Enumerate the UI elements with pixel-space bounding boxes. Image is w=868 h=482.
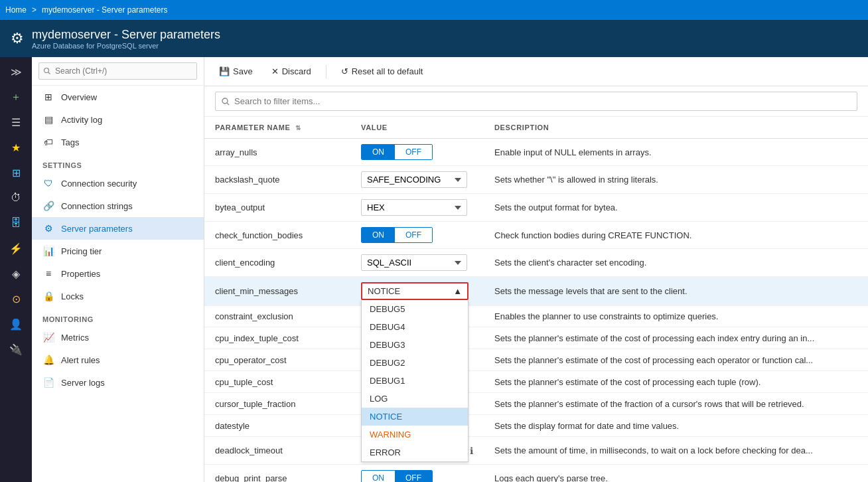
locks-icon: 🔒 <box>42 291 54 301</box>
dropdown-option[interactable]: ERROR <box>362 443 468 461</box>
info-icon: ℹ <box>470 445 473 456</box>
parameters-table: PARAMETER NAME ⇅ VALUE DESCRIPTION array… <box>204 117 868 482</box>
toggle-off-button[interactable]: OFF <box>395 228 432 242</box>
dropdown-option[interactable]: DEBUG1 <box>362 372 468 390</box>
data-icon[interactable]: 🗄 <box>3 211 29 235</box>
sidebar-item-pricing-tier[interactable]: 📊 Pricing tier <box>32 240 204 262</box>
sidebar: ⊞ Overview ▤ Activity log 🏷 Tags SETTING… <box>32 57 204 482</box>
expand-icon[interactable]: ≫ <box>3 60 29 84</box>
favorites-icon[interactable]: ★ <box>3 135 29 159</box>
param-select[interactable]: HEXESCAPE <box>361 199 467 216</box>
circle-icon[interactable]: ⊙ <box>3 287 29 311</box>
toggle-group: ONOFF <box>361 227 433 243</box>
param-description-cell: Sets the client's character set encoding… <box>484 249 868 277</box>
properties-icon: ≡ <box>42 268 54 279</box>
plugin-icon[interactable]: 🔌 <box>3 337 29 361</box>
main-content: 💾 Save ✕ Discard ↺ Reset all to default <box>204 57 868 482</box>
sidebar-item-properties[interactable]: ≡ Properties <box>32 262 204 285</box>
pricing-tier-icon: 📊 <box>42 246 54 256</box>
toggle-off-button[interactable]: OFF <box>395 471 432 482</box>
param-description-cell: Sets the planner's estimate of the cost … <box>484 327 868 349</box>
toggle-on-button[interactable]: ON <box>362 145 395 159</box>
sidebar-item-label: Overview <box>61 92 97 102</box>
add-icon[interactable]: ＋ <box>3 85 29 109</box>
page-subtitle: Azure Database for PostgreSQL server <box>32 42 220 50</box>
dropdown-option[interactable]: DEBUG4 <box>362 318 468 336</box>
user-icon[interactable]: 👤 <box>3 312 29 336</box>
alert-rules-icon: 🔔 <box>42 355 54 365</box>
param-name-cell: backslash_quote <box>204 166 350 194</box>
param-description-cell: Enable input of NULL elements in arrays. <box>484 139 868 166</box>
breadcrumb-sep: > <box>32 5 36 15</box>
sidebar-item-label: Locks <box>61 291 84 301</box>
param-value-cell: SQL_ASCIIUTF8LATIN1 <box>350 249 484 277</box>
toggle-on-button[interactable]: ON <box>362 228 395 242</box>
sidebar-item-label: Connection security <box>61 179 137 189</box>
discard-icon: ✕ <box>271 66 279 76</box>
dropdown-option[interactable]: WARNING <box>362 426 468 443</box>
monitoring-section-label: MONITORING <box>32 307 204 326</box>
sidebar-item-activity-log[interactable]: ▤ Activity log <box>32 108 204 131</box>
dropdown-option[interactable]: NOTICE <box>362 408 468 426</box>
param-name-cell: cursor_tuple_fraction <box>204 393 350 415</box>
dropdown-wrapper: NOTICE▲DEBUG5DEBUG4DEBUG3DEBUG2DEBUG1LOG… <box>361 282 469 300</box>
sidebar-item-connection-security[interactable]: 🛡 Connection security <box>32 172 204 195</box>
param-description-cell: Sets the planner's estimate of the cost … <box>484 349 868 371</box>
param-description-cell: Sets the amount of time, in milliseconds… <box>484 437 868 465</box>
sidebar-item-label: Properties <box>61 269 100 279</box>
dropdown-list: DEBUG5DEBUG4DEBUG3DEBUG2DEBUG1LOGNOTICEW… <box>361 300 469 462</box>
reset-icon: ↺ <box>341 66 348 76</box>
param-name-cell: client_min_messages <box>204 277 350 306</box>
sidebar-item-overview[interactable]: ⊞ Overview <box>32 86 204 108</box>
toggle-group: ONOFF <box>361 470 433 482</box>
tags-icon: 🏷 <box>42 137 54 147</box>
toggle-on-button[interactable]: ON <box>362 471 395 482</box>
toggle-off-button[interactable]: OFF <box>395 145 432 159</box>
param-value-cell: ONOFF <box>350 465 484 483</box>
table-row: cpu_operator_costℹSets the planner's est… <box>204 349 868 371</box>
search-bar <box>204 86 868 117</box>
dropdown-trigger[interactable]: NOTICE▲ <box>361 282 469 300</box>
sidebar-search-input[interactable] <box>38 62 197 80</box>
table-row: client_encodingSQL_ASCIIUTF8LATIN1Sets t… <box>204 249 868 277</box>
sidebar-item-metrics[interactable]: 📈 Metrics <box>32 326 204 349</box>
param-description-cell: Logs each query's parse tree. <box>484 465 868 483</box>
server-parameters-icon: ⚙ <box>42 223 54 234</box>
param-value-cell: ONOFF <box>350 222 484 249</box>
param-select[interactable]: SQL_ASCIIUTF8LATIN1 <box>361 254 467 271</box>
sidebar-item-label: Server parameters <box>61 224 133 234</box>
table-row: cursor_tuple_fractionℹSets the planner's… <box>204 393 868 415</box>
shape-icon[interactable]: ◈ <box>3 262 29 285</box>
param-select[interactable]: SAFE_ENCODINGONOFF <box>361 171 467 188</box>
sidebar-item-server-logs[interactable]: 📄 Server logs <box>32 371 204 394</box>
dropdown-option[interactable]: DEBUG2 <box>362 354 468 372</box>
dropdown-option[interactable]: LOG <box>362 390 468 408</box>
param-name-cell: cpu_operator_cost <box>204 349 350 371</box>
sort-icon[interactable]: ⇅ <box>295 124 301 131</box>
toggle-group: ONOFF <box>361 144 433 160</box>
breadcrumb-current: mydemoserver - Server parameters <box>42 5 167 15</box>
flash-icon[interactable]: ⚡ <box>3 236 29 260</box>
dropdown-option[interactable]: DEBUG5 <box>362 300 468 318</box>
toolbar: 💾 Save ✕ Discard ↺ Reset all to default <box>204 57 868 86</box>
settings-section-label: SETTINGS <box>32 153 204 172</box>
recent-icon[interactable]: ⏱ <box>3 186 29 210</box>
sidebar-item-server-parameters[interactable]: ⚙ Server parameters <box>32 217 204 240</box>
reset-button[interactable]: ↺ Reset all to default <box>337 64 427 79</box>
sidebar-item-alert-rules[interactable]: 🔔 Alert rules <box>32 349 204 371</box>
dashboard-icon[interactable]: ⊞ <box>3 161 29 185</box>
sidebar-item-tags[interactable]: 🏷 Tags <box>32 131 204 153</box>
sidebar-item-locks[interactable]: 🔒 Locks <box>32 285 204 307</box>
param-description-cell: Sets the planner's estimate of the fract… <box>484 393 868 415</box>
save-button[interactable]: 💾 Save <box>215 64 257 79</box>
discard-button[interactable]: ✕ Discard <box>267 64 315 79</box>
sidebar-item-connection-strings[interactable]: 🔗 Connection strings <box>32 195 204 217</box>
table-row: bytea_outputHEXESCAPESets the output for… <box>204 194 868 222</box>
table-row: datestyleℹSets the display format for da… <box>204 415 868 437</box>
search-input[interactable] <box>215 92 857 111</box>
param-description-cell: Sets the output format for bytea. <box>484 194 868 222</box>
menu-icon[interactable]: ☰ <box>3 110 29 134</box>
sidebar-item-label: Metrics <box>61 333 89 343</box>
dropdown-option[interactable]: DEBUG3 <box>362 336 468 354</box>
breadcrumb-home[interactable]: Home <box>5 5 27 15</box>
